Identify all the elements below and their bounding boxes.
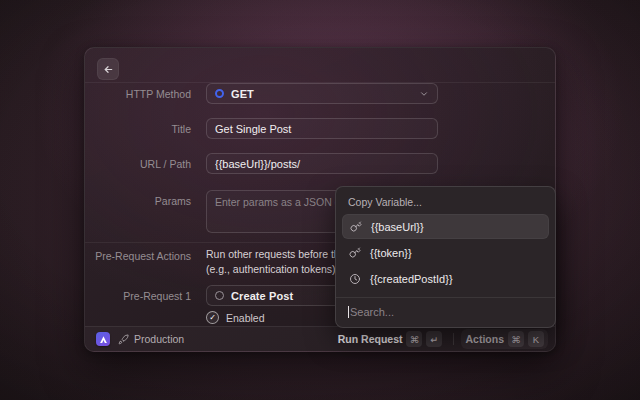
app-logo-icon	[96, 332, 110, 346]
http-method-value: GET	[231, 88, 412, 100]
enabled-row: ✓ Enabled	[206, 311, 265, 324]
params-label: Params	[85, 195, 191, 207]
environment-selector[interactable]: Production	[118, 333, 184, 345]
k-key-badge: K	[528, 331, 544, 347]
popup-item-label: {{baseUrl}}	[371, 221, 424, 233]
key-icon	[349, 247, 361, 259]
environment-label: Production	[134, 333, 184, 345]
pre-request-actions-label: Pre-Request Actions	[85, 250, 191, 262]
method-ring-icon	[215, 89, 224, 98]
url-path-label: URL / Path	[85, 158, 191, 170]
footer-separator	[453, 333, 454, 345]
cmd-key-badge: ⌘	[508, 331, 524, 347]
http-method-select[interactable]: GET	[206, 83, 438, 104]
copy-variable-popup: Copy Variable... {{baseUrl}} {{token}}	[335, 186, 556, 328]
url-path-input[interactable]	[215, 158, 429, 170]
url-path-field-wrap	[206, 153, 438, 174]
ring-icon	[215, 291, 224, 300]
popup-item-label: {{createdPostId}}	[370, 273, 453, 285]
app-window: HTTP Method GET Title URL / Path Params …	[84, 47, 556, 352]
run-request-label: Run Request	[338, 333, 403, 345]
popup-search-row	[336, 298, 555, 327]
clock-icon	[349, 273, 361, 285]
popup-item-list: {{baseUrl}} {{token}} {{createdPostId}}	[336, 214, 555, 291]
return-key-badge: ↵	[426, 331, 442, 347]
enabled-label: Enabled	[226, 312, 265, 324]
text-caret	[348, 306, 349, 318]
key-icon	[350, 221, 362, 233]
popup-title: Copy Variable...	[336, 187, 555, 214]
popup-item-baseurl[interactable]: {{baseUrl}}	[342, 214, 549, 239]
footer-bar: Production Run Request ⌘ ↵ Actions ⌘ K	[85, 326, 555, 351]
title-field-wrap	[206, 118, 438, 139]
popup-item-token[interactable]: {{token}}	[342, 240, 549, 265]
arrow-left-icon	[103, 64, 114, 75]
actions-label: Actions	[465, 333, 504, 345]
enabled-checkbox[interactable]: ✓	[206, 311, 219, 324]
title-label: Title	[85, 123, 191, 135]
desktop-background: HTTP Method GET Title URL / Path Params …	[0, 0, 640, 400]
run-request-button[interactable]: Run Request ⌘ ↵	[334, 329, 447, 349]
actions-button[interactable]: Actions ⌘ K	[461, 329, 548, 349]
popup-item-label: {{token}}	[370, 247, 412, 259]
pre-request-1-label: Pre-Request 1	[85, 290, 191, 302]
cmd-key-badge: ⌘	[406, 331, 422, 347]
back-button[interactable]	[97, 58, 119, 80]
title-input[interactable]	[215, 123, 429, 135]
variable-search-input[interactable]	[350, 306, 543, 318]
rocket-icon	[118, 334, 129, 345]
http-method-label: HTTP Method	[85, 88, 191, 100]
footer-actions: Run Request ⌘ ↵ Actions ⌘ K	[334, 329, 548, 349]
chevron-down-icon	[419, 89, 429, 99]
popup-item-createdpostid[interactable]: {{createdPostId}}	[342, 266, 549, 291]
